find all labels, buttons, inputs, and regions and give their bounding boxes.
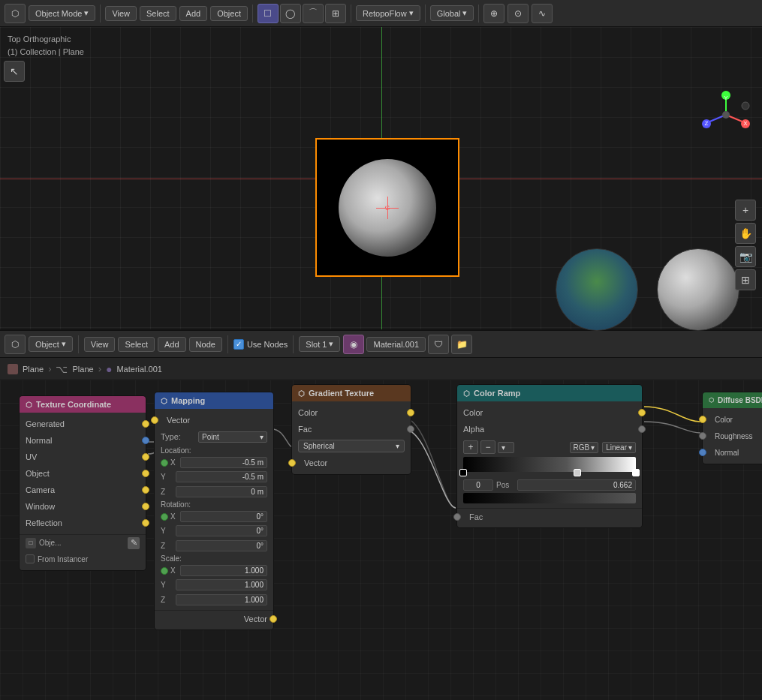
loc-z-field[interactable]: 0 m xyxy=(176,486,267,497)
diffuse-bsdf-body: Color Roughness Normal xyxy=(703,408,762,464)
rot-z-field[interactable]: 0° xyxy=(176,540,267,551)
color-ramp-header[interactable]: ⬡ Color Ramp xyxy=(457,385,642,401)
object-menu[interactable]: Object xyxy=(210,6,248,21)
transform-btn[interactable]: Global ▾ xyxy=(430,5,474,21)
stats-btn[interactable]: ∿ xyxy=(532,4,553,23)
gradient-texture-header[interactable]: ⬡ Gradient Texture xyxy=(292,385,411,401)
mapping-vector-out-socket[interactable] xyxy=(270,615,277,623)
mapping-header[interactable]: ⬡ Mapping xyxy=(155,392,273,409)
node-editor-type-btn[interactable]: ⬡ xyxy=(5,335,26,354)
color-ramp-bar[interactable] xyxy=(463,457,636,472)
loc-y-field[interactable]: -0.5 m xyxy=(176,471,267,482)
mapping-scale-label: Scale: xyxy=(155,553,273,564)
ramp-stop-1[interactable] xyxy=(574,469,581,476)
retopo-btn[interactable]: RetopoFlow ▾ xyxy=(356,5,420,21)
snap-btn[interactable]: ⊕ xyxy=(483,4,504,23)
move-tool-btn[interactable]: ↖ xyxy=(4,61,25,82)
editor-type-btn[interactable]: ⬡ xyxy=(5,4,26,23)
diffuse-roughness-in-socket[interactable] xyxy=(699,432,706,440)
diffuse-normal-in-label: Normal xyxy=(709,449,762,457)
select-lasso-btn[interactable]: ⌒ xyxy=(303,4,324,23)
gradient-fac-out-socket[interactable] xyxy=(407,425,414,433)
mapping-loc-socket[interactable] xyxy=(161,459,168,467)
tc-reflection-label: Reflection xyxy=(26,518,140,527)
node-add-menu[interactable]: Add xyxy=(158,337,186,352)
tc-normal-socket[interactable] xyxy=(142,437,149,444)
color-ramp-color-out-label: Color xyxy=(463,408,636,417)
breadcrumb-mesh-symbol: ⌥ xyxy=(56,363,68,375)
grid-btn[interactable]: ⊞ xyxy=(735,269,756,290)
mapping-rot-socket[interactable] xyxy=(161,513,168,521)
diffuse-color-in-socket[interactable] xyxy=(699,416,706,423)
sphere-inner xyxy=(339,159,436,257)
ramp-stop-2[interactable] xyxy=(632,469,640,476)
select-circle-btn[interactable]: ◯ xyxy=(280,4,301,23)
tc-object-socket[interactable] xyxy=(142,470,149,477)
ramp-pos-value-field[interactable]: 0.662 xyxy=(517,479,636,491)
zoom-btn[interactable]: + xyxy=(735,200,756,221)
mapping-vector-in-socket[interactable] xyxy=(151,416,158,424)
ramp-dropdown-btn[interactable]: ▾ xyxy=(498,442,514,453)
material-name-btn[interactable]: Material.001 xyxy=(366,337,426,352)
tc-generated-row: Generated xyxy=(20,416,146,432)
scale-x-field[interactable]: 1.000 xyxy=(180,565,267,576)
select-menu[interactable]: Select xyxy=(140,6,176,21)
mapping-scale-socket[interactable] xyxy=(161,567,168,575)
select-checker-btn[interactable]: ⊞ xyxy=(325,4,346,23)
gradient-texture-title: Gradient Texture xyxy=(309,389,374,398)
camera-btn[interactable]: 📷 xyxy=(735,246,756,267)
material-shield-btn[interactable]: 🛡 xyxy=(428,335,449,354)
mapping-scale-y-row: Y 1.000 xyxy=(155,577,273,592)
mapping-type-dropdown[interactable]: Point ▾ xyxy=(198,431,267,443)
gradient-fac-out-row: Fac xyxy=(292,421,411,437)
diffuse-normal-in-socket[interactable] xyxy=(699,449,706,456)
view-menu[interactable]: View xyxy=(105,6,137,21)
slot-dropdown[interactable]: Slot 1 ▾ xyxy=(299,336,340,352)
color-ramp-fac-in-socket[interactable] xyxy=(453,513,461,521)
tc-reflection-socket[interactable] xyxy=(142,519,149,527)
loc-x-field[interactable]: -0.5 m xyxy=(180,457,267,468)
node-view-menu[interactable]: View xyxy=(84,337,116,352)
breadcrumb-mesh: Plane xyxy=(72,365,93,374)
texture-coord-header[interactable]: ⬡ Texture Coordinate xyxy=(20,396,146,413)
gradient-vector-in-socket[interactable] xyxy=(288,459,296,467)
add-menu[interactable]: Add xyxy=(179,6,208,21)
rot-y-field[interactable]: 0° xyxy=(176,525,267,536)
tc-camera-label: Camera xyxy=(26,485,140,494)
node-select-menu[interactable]: Select xyxy=(118,337,155,352)
rot-x-field[interactable]: 0° xyxy=(180,511,267,522)
material-icon-btn[interactable]: ◉ xyxy=(343,335,364,354)
use-nodes-toggle[interactable]: ✓ Use Nodes xyxy=(233,339,288,350)
gradient-type-dropdown[interactable]: Spherical ▾ xyxy=(298,440,405,452)
tc-obj-field-row: □ Obje... ✎ xyxy=(20,534,146,551)
diffuse-bsdf-header[interactable]: ⬡ Diffuse BSDF xyxy=(703,392,762,408)
tc-camera-socket[interactable] xyxy=(142,486,149,494)
ramp-pos-num-field[interactable]: 0 xyxy=(463,479,493,491)
tc-window-socket[interactable] xyxy=(142,503,149,510)
material-browse-btn[interactable]: 📁 xyxy=(451,335,472,354)
select-box-btn[interactable]: ☐ xyxy=(258,4,279,23)
ramp-rgb-select[interactable]: RGB ▾ xyxy=(570,442,599,453)
rot-z-lbl: Z xyxy=(161,542,176,550)
ramp-add-btn[interactable]: + xyxy=(463,440,478,454)
color-ramp-color-out-socket[interactable] xyxy=(638,409,646,416)
tc-generated-socket[interactable] xyxy=(142,420,149,428)
mapping-rot-row: X 0° xyxy=(155,510,273,523)
scale-z-field[interactable]: 1.000 xyxy=(176,594,267,605)
ramp-stop-3[interactable] xyxy=(459,469,467,476)
proportional-btn[interactable]: ⊙ xyxy=(507,4,529,23)
ramp-remove-btn[interactable]: − xyxy=(480,440,495,454)
tc-from-instancer-checkbox[interactable] xyxy=(26,554,35,563)
object-mode-btn[interactable]: Object Mode ▾ xyxy=(29,5,95,21)
ramp-interp-select[interactable]: Linear ▾ xyxy=(602,442,636,453)
color-ramp-fac-in-row: Fac xyxy=(457,508,642,524)
node-node-menu[interactable]: Node xyxy=(189,337,222,352)
tc-uv-socket[interactable] xyxy=(142,453,149,461)
scale-y-field[interactable]: 1.000 xyxy=(176,579,267,590)
hand-btn[interactable]: ✋ xyxy=(735,223,756,244)
gradient-color-out-socket[interactable] xyxy=(407,409,414,416)
node-sep1 xyxy=(78,335,79,353)
tc-obj-pick-btn[interactable]: ✎ xyxy=(128,537,140,549)
color-ramp-alpha-out-socket[interactable] xyxy=(638,425,646,433)
node-editor-mode-btn[interactable]: Object ▾ xyxy=(29,336,73,352)
